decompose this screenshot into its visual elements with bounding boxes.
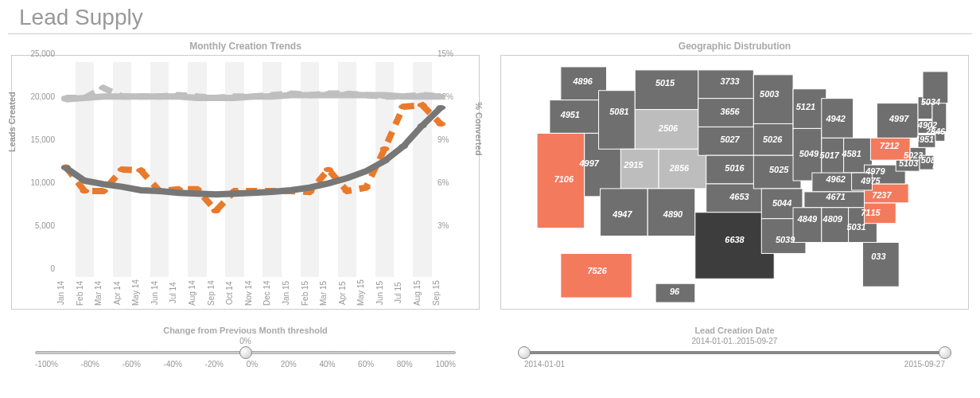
threshold-slider-value: 0% bbox=[11, 337, 480, 345]
chart-point[interactable] bbox=[99, 181, 108, 186]
state-MN[interactable] bbox=[753, 75, 793, 124]
state-AZ[interactable] bbox=[601, 189, 648, 236]
chart-point[interactable] bbox=[305, 92, 314, 97]
x-tick: Jul 15 bbox=[394, 279, 413, 307]
threshold-tick: -40% bbox=[164, 360, 182, 369]
chart-point[interactable] bbox=[324, 92, 333, 97]
chart-point[interactable] bbox=[249, 190, 259, 195]
threshold-slider-track[interactable] bbox=[35, 347, 456, 358]
state-MT[interactable] bbox=[635, 70, 698, 110]
chart-point[interactable] bbox=[249, 94, 259, 99]
x-tick: Apr 15 bbox=[338, 279, 357, 307]
chart-point[interactable] bbox=[399, 144, 408, 149]
chart-point[interactable] bbox=[99, 94, 108, 99]
state-OR[interactable] bbox=[550, 100, 599, 134]
chart-point[interactable] bbox=[399, 94, 408, 99]
state-WY[interactable] bbox=[635, 110, 698, 150]
chart-point[interactable] bbox=[230, 96, 239, 100]
chart-point[interactable] bbox=[324, 167, 333, 172]
state-DE[interactable] bbox=[920, 155, 934, 170]
chart-point[interactable] bbox=[380, 92, 390, 97]
chart-point[interactable] bbox=[267, 189, 277, 194]
state-SC[interactable] bbox=[864, 203, 896, 224]
chart-point[interactable] bbox=[118, 184, 127, 189]
state-IN[interactable] bbox=[822, 138, 844, 178]
chart-point[interactable] bbox=[361, 92, 371, 97]
chart-point[interactable] bbox=[99, 189, 108, 193]
state-SD[interactable] bbox=[698, 99, 754, 127]
state-MI[interactable] bbox=[822, 99, 854, 139]
chart-point[interactable] bbox=[173, 94, 183, 99]
state-IA[interactable] bbox=[753, 123, 793, 155]
geo-map[interactable]: 4896495171064997508150152506291528564947… bbox=[500, 55, 969, 310]
chart-point[interactable] bbox=[136, 188, 146, 193]
state-MD[interactable] bbox=[896, 160, 920, 171]
chart-point[interactable] bbox=[305, 185, 314, 189]
x-tick: Aug 15 bbox=[413, 279, 432, 307]
chart-point[interactable] bbox=[342, 176, 352, 181]
state-ID[interactable] bbox=[599, 91, 636, 150]
chart-point[interactable] bbox=[230, 191, 239, 196]
state-PA[interactable] bbox=[870, 138, 910, 160]
chart-point[interactable] bbox=[61, 166, 71, 170]
chart-point[interactable] bbox=[418, 103, 427, 107]
chart-point[interactable] bbox=[286, 188, 296, 193]
page-title: Lead Supply bbox=[8, 0, 972, 34]
chart-point[interactable] bbox=[192, 96, 202, 100]
state-UT[interactable] bbox=[620, 149, 659, 189]
chart-point[interactable] bbox=[118, 94, 127, 99]
trends-chart[interactable]: Leads Created % Converted 05,00010,00015… bbox=[11, 55, 480, 310]
chart-point[interactable] bbox=[211, 209, 220, 213]
chart-point[interactable] bbox=[324, 181, 333, 185]
chart-point[interactable] bbox=[118, 167, 127, 172]
state-AK[interactable] bbox=[561, 253, 632, 298]
state-NE[interactable] bbox=[698, 127, 762, 155]
state-value-NH: 5022 bbox=[932, 163, 951, 173]
chart-point[interactable] bbox=[361, 169, 371, 174]
chart-point[interactable] bbox=[436, 105, 445, 110]
chart-point[interactable] bbox=[380, 146, 390, 151]
chart-point[interactable] bbox=[211, 96, 220, 100]
chart-point[interactable] bbox=[361, 185, 371, 189]
chart-point[interactable] bbox=[342, 92, 352, 97]
chart-point[interactable] bbox=[99, 85, 108, 90]
chart-point[interactable] bbox=[211, 192, 220, 197]
y-left-label: Leads Created bbox=[7, 92, 17, 152]
chart-point[interactable] bbox=[80, 178, 89, 183]
state-WV[interactable] bbox=[852, 173, 873, 190]
chart-point[interactable] bbox=[418, 94, 427, 99]
chart-point[interactable] bbox=[136, 94, 146, 99]
state-CA[interactable] bbox=[537, 133, 585, 228]
chart-point[interactable] bbox=[192, 191, 202, 196]
state-CT[interactable] bbox=[918, 135, 935, 147]
chart-point[interactable] bbox=[286, 92, 296, 97]
chart-point[interactable] bbox=[61, 97, 71, 102]
chart-point[interactable] bbox=[155, 94, 165, 99]
date-slider-handle-max[interactable] bbox=[939, 346, 951, 359]
state-ND[interactable] bbox=[698, 70, 754, 99]
state-FL[interactable] bbox=[862, 243, 899, 287]
state-HI[interactable] bbox=[655, 283, 695, 302]
chart-point[interactable] bbox=[155, 189, 165, 193]
chart-point[interactable] bbox=[418, 123, 427, 128]
state-MS[interactable] bbox=[793, 208, 822, 243]
state-NM[interactable] bbox=[648, 189, 695, 236]
chart-point[interactable] bbox=[80, 96, 89, 100]
date-slider-track[interactable] bbox=[524, 347, 945, 358]
x-tick: Apr 14 bbox=[113, 279, 132, 307]
chart-point[interactable] bbox=[173, 190, 183, 195]
chart-point[interactable] bbox=[399, 104, 408, 109]
threshold-slider-handle[interactable] bbox=[239, 346, 252, 359]
chart-point[interactable] bbox=[436, 94, 445, 99]
state-NY[interactable] bbox=[877, 103, 918, 139]
chart-point[interactable] bbox=[267, 94, 277, 99]
chart-point[interactable] bbox=[380, 158, 390, 163]
chart-point[interactable] bbox=[80, 189, 89, 193]
chart-point[interactable] bbox=[436, 122, 445, 127]
date-slider-handle-min[interactable] bbox=[518, 346, 531, 359]
chart-point[interactable] bbox=[342, 189, 352, 193]
state-ME[interactable] bbox=[923, 72, 948, 103]
chart-point[interactable] bbox=[136, 168, 146, 173]
state-TN[interactable] bbox=[804, 192, 869, 208]
state-AL[interactable] bbox=[822, 208, 849, 243]
